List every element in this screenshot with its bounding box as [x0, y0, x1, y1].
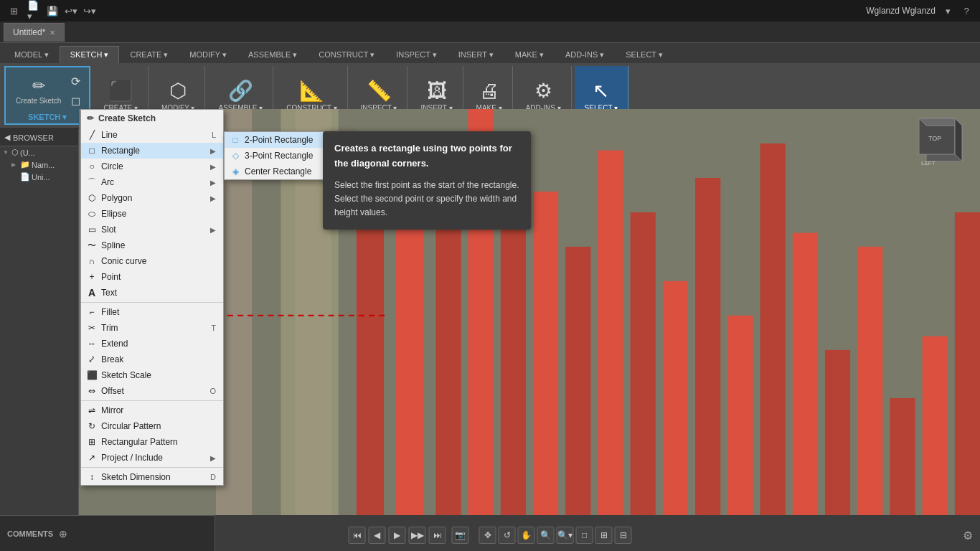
conic-label: Conic curve	[101, 256, 146, 266]
menu-trim[interactable]: ✂ Trim T	[81, 320, 223, 336]
grid-icon[interactable]: ⊞	[595, 527, 613, 544]
settings-icon[interactable]: ⚙	[963, 529, 973, 542]
ribbon-tab-create[interactable]: CREATE ▾	[119, 46, 179, 63]
zoom-dropdown-icon[interactable]: 🔍▾	[557, 527, 574, 544]
menu-fillet[interactable]: ⌐ Fillet	[81, 304, 223, 320]
menu-line[interactable]: ╱ Line L	[81, 127, 223, 143]
svg-rect-10	[631, 212, 656, 515]
menu-polygon[interactable]: ⬡ Polygon ▶	[81, 190, 223, 206]
nav-prev-btn[interactable]: ◀	[369, 527, 386, 544]
help-icon[interactable]: ?	[960, 4, 973, 17]
ribbon-tab-inspect[interactable]: INSPECT ▾	[385, 46, 448, 63]
menu-rectangle[interactable]: □ Rectangle ▶	[81, 143, 223, 159]
tree-item-uni[interactable]: 📄 Uni...	[0, 171, 78, 183]
menu-circle[interactable]: ○ Circle ▶	[81, 159, 223, 174]
sketch-btn-3[interactable]: ◻	[68, 93, 83, 109]
zoom-icon[interactable]: 🔍	[537, 527, 555, 544]
menu-arc[interactable]: ⌒ Arc ▶	[81, 174, 223, 190]
menu-spline[interactable]: 〜 Spline	[81, 237, 223, 253]
arc-label: Arc	[101, 177, 114, 187]
browser-header: ◀ BROWSER	[0, 129, 78, 146]
ribbon-tab-sketch[interactable]: SKETCH ▾	[60, 46, 120, 63]
ribbon-tab-addins[interactable]: ADD-INS ▾	[555, 46, 615, 63]
create-dropdown-menu[interactable]: ✏ Create Sketch ╱ Line L □ Rectangle ▶ ○…	[80, 109, 224, 486]
user-dropdown-icon[interactable]: ▾	[941, 4, 954, 17]
display-icon[interactable]: □	[576, 527, 593, 544]
menu-ellipse[interactable]: ⬭ Ellipse	[81, 206, 223, 222]
ribbon-group-sketch: ✏ Create Sketch ⟳ ◻ SKETCH ▾	[4, 66, 90, 125]
project-icon: ↗	[87, 453, 97, 463]
new-file-icon[interactable]: 📄▾	[27, 4, 40, 17]
menu-text[interactable]: A Text	[81, 285, 223, 301]
ribbon-tab-insert[interactable]: INSERT ▾	[448, 46, 504, 63]
ribbon-tab-make[interactable]: MAKE ▾	[504, 46, 555, 63]
ribbon-tab-assemble[interactable]: ASSEMBLE ▾	[237, 46, 308, 63]
undo-icon[interactable]: ↩▾	[65, 4, 77, 17]
menu-slot[interactable]: ▭ Slot ▶	[81, 222, 223, 237]
sketch-btn-2[interactable]: ⟳	[68, 73, 83, 90]
offset-label: Offset	[101, 386, 124, 396]
menu-break[interactable]: ⤦ Break	[81, 352, 223, 367]
nav-fwd-btn[interactable]: ▶▶	[409, 527, 426, 544]
menu-sketch-dimension[interactable]: ↕ Sketch Dimension D	[81, 469, 223, 485]
tree-item-nam[interactable]: ▶ 📁 Nam...	[0, 159, 78, 171]
tree-label-root: (U...	[20, 149, 35, 157]
nav-play-btn[interactable]: ▶	[389, 527, 406, 544]
tree-label-nam: Nam...	[32, 161, 55, 169]
menu-mirror-left: ⇌ Mirror	[87, 405, 123, 415]
menu-mirror[interactable]: ⇌ Mirror	[81, 402, 223, 418]
nav-first-btn[interactable]: ⏮	[349, 527, 366, 544]
menu-extend[interactable]: ↔ Extend	[81, 336, 223, 352]
ribbon-tab-model[interactable]: MODEL ▾	[4, 46, 60, 63]
menu-create-sketch[interactable]: ✏ Create Sketch	[81, 110, 223, 127]
menu-circular-pattern[interactable]: ↻ Circular Pattern	[81, 418, 223, 434]
create-sketch-icon: ✏	[32, 77, 45, 95]
tab-close-icon[interactable]: ✕	[50, 29, 55, 37]
tree-item-root[interactable]: ▼ ⬡ (U...	[0, 146, 78, 159]
browser-collapse-icon[interactable]: ◀	[4, 133, 10, 142]
pan-icon[interactable]: ✋	[518, 527, 535, 544]
viewcube[interactable]: TOP LEFT	[915, 115, 973, 172]
nav-last-btn[interactable]: ⏭	[429, 527, 446, 544]
rect-pattern-label: Rectangular Pattern	[101, 437, 178, 447]
tab-untitled[interactable]: Untitled* ✕	[4, 23, 65, 42]
ribbon-tab-construct[interactable]: CONSTRUCT ▾	[308, 46, 385, 63]
menu-rectangular-pattern[interactable]: ⊞ Rectangular Pattern	[81, 434, 223, 450]
menu-point[interactable]: + Point	[81, 269, 223, 285]
create-sketch-btn[interactable]: ✏ Create Sketch	[11, 75, 65, 107]
orbit-icon[interactable]: ↺	[499, 527, 516, 544]
comments-add-icon[interactable]: ⊕	[59, 528, 67, 540]
app-grid-icon[interactable]: ⊞	[7, 4, 20, 17]
tooltip-title: Creates a rectangle using two points for…	[334, 141, 519, 171]
menu-conic[interactable]: ∩ Conic curve	[81, 253, 223, 269]
sketch-dim-shortcut: D	[210, 473, 216, 481]
conic-icon: ∩	[87, 256, 97, 266]
move-icon[interactable]: ✥	[479, 527, 496, 544]
menu-sketch-scale[interactable]: ⬛ Sketch Scale	[81, 367, 223, 383]
tree-icon-1: ⬡	[11, 148, 19, 157]
line-shortcut: L	[212, 131, 216, 139]
3point-rect-icon: ◇	[230, 151, 240, 161]
title-bar-right: Wglanzd Wglanzd ▾ ?	[866, 4, 973, 17]
separator-3	[81, 467, 223, 468]
center-rect-label: Center Rectangle	[245, 166, 311, 176]
menu-offset[interactable]: ⇔ Offset O	[81, 383, 223, 399]
svg-rect-11	[663, 281, 688, 515]
nav-camera-btn[interactable]: 📷	[452, 527, 469, 544]
menu-spline-left: 〜 Spline	[87, 240, 125, 250]
save-icon[interactable]: 💾	[46, 4, 59, 17]
svg-rect-7	[533, 192, 558, 515]
menu-point-left: + Point	[87, 272, 121, 282]
svg-rect-19	[923, 336, 948, 515]
menu-project-include[interactable]: ↗ Project / Include ▶	[81, 450, 223, 466]
grid-2-icon[interactable]: ⊟	[615, 527, 632, 544]
slot-arrow: ▶	[210, 226, 216, 234]
ribbon-tab-select[interactable]: SELECT ▾	[615, 46, 674, 63]
menu-line-left: ╱ Line	[87, 130, 118, 140]
svg-rect-18	[890, 398, 915, 515]
tree-arrow-2: ▶	[11, 161, 19, 168]
point-icon: +	[87, 272, 97, 282]
redo-icon[interactable]: ↪▾	[83, 4, 96, 17]
ribbon-tab-modify[interactable]: MODIFY ▾	[179, 46, 237, 63]
arc-arrow: ▶	[210, 179, 216, 187]
